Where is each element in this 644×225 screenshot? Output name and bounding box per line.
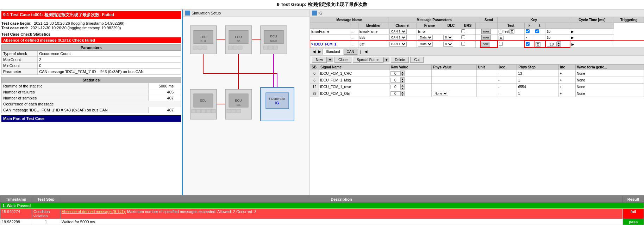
ig-title: IG <box>318 11 323 15</box>
param-value: CAN message 'IDCU_FCM_1' ID = 943 (0x3AF… <box>38 69 181 75</box>
dlc-select[interactable]: 8 <box>443 42 453 47</box>
test-step-col-header: Test Step <box>32 196 60 203</box>
inc: + <box>558 84 575 90</box>
stats-header: Statistics <box>2 77 181 83</box>
description-cell: Absence of defined message (9.1#1): Maxi… <box>60 209 623 219</box>
signal-name: IDCU_FCM_1_Msg <box>319 77 389 84</box>
unit <box>476 90 497 97</box>
signal-name: IDCU_FCM_1_CRC <box>319 70 389 77</box>
right-panel: IG Message Name Message Parameters Send … <box>310 10 644 195</box>
raw-input[interactable] <box>390 91 400 96</box>
col-frame: Frame <box>417 23 442 29</box>
msg-dlc: 8 <box>442 41 460 48</box>
table-row: 12 IDCU_FCM_1_rese ▲▼ - 6554 + <box>310 84 644 90</box>
svg-text:I-Generator: I-Generator <box>269 97 285 101</box>
phys-step: 13 <box>517 70 558 77</box>
msg-cycle: ▲ ▼ <box>545 41 570 48</box>
msg-name-cell: > IDCU_FCM_1 <box>310 41 350 48</box>
cycle-input[interactable] <box>547 42 557 47</box>
signal-table: SB Signal Name Raw Value Phys Value Unit… <box>310 64 644 97</box>
table-row: ErrorFrame ... ErrorFrame CAN 1 Error no… <box>310 29 644 35</box>
stats-table: Statistics Runtime of the statistic 5000… <box>1 77 181 113</box>
tabs-bar: ◀ ▶ Standard CAN | ◀ <box>310 48 644 56</box>
svg-rect-19 <box>268 46 273 49</box>
inc-header: Inc <box>558 65 575 70</box>
param-label: MaxCount <box>2 57 38 63</box>
msg-name-cell <box>310 35 350 41</box>
raw-input[interactable] <box>390 78 400 83</box>
msg-params-header: Message Parameters <box>388 17 480 23</box>
col-msgname <box>310 23 350 29</box>
brs-checkbox[interactable] <box>461 42 465 46</box>
tab-nav-back2[interactable]: ◀ <box>363 49 369 55</box>
param-label: Type of check <box>2 51 38 57</box>
new-dropdown-arrow[interactable]: ▼ <box>327 57 333 62</box>
msg-channel: CAN 1 <box>388 29 417 35</box>
key-cb[interactable] <box>499 42 503 46</box>
msg-cycle: 10 <box>545 35 570 41</box>
raw-spinner[interactable]: ▲▼ <box>400 71 405 76</box>
table-row: Occurrence of each message <box>2 101 181 107</box>
special-frame-button[interactable]: Special Frame <box>353 57 383 63</box>
channel-select[interactable]: CAN 1 <box>389 35 407 40</box>
t-key-checkbox[interactable] <box>535 29 539 33</box>
page-title: 9 Test Group: 检测指定报文出现了最多次数 <box>0 0 644 10</box>
svg-rect-26 <box>192 109 196 113</box>
nav-forward[interactable]: ▶ <box>317 49 323 55</box>
svg-rect-12 <box>233 46 237 49</box>
ig-panel-title: IG <box>310 10 644 17</box>
raw-spinner[interactable]: ▲▼ <box>400 91 405 96</box>
dlc-select[interactable]: 8 <box>443 35 453 40</box>
stat-label: Occurrence of each message <box>2 101 181 107</box>
now-button[interactable]: now <box>481 29 491 34</box>
cycle-header: Cycle Time [ms] <box>570 17 614 23</box>
table-row: Parameter CAN message 'IDCU_FCM_1' ID = … <box>2 69 181 75</box>
phys-select[interactable]: None <box>433 91 448 96</box>
raw-spinner[interactable]: ▲▼ <box>400 77 405 83</box>
stat-value: 407 <box>149 95 181 101</box>
new-button[interactable]: New <box>312 57 327 63</box>
cut-button[interactable]: Cut <box>410 57 424 63</box>
test-key-checkbox[interactable] <box>499 30 502 34</box>
main-container: 9 Test Group: 检测指定报文出现了最多次数 9.1 Test Cas… <box>0 0 644 225</box>
channel-select[interactable]: CAN 1 <box>389 42 407 47</box>
delete-button[interactable]: Delete <box>391 57 409 63</box>
result-cell: pass <box>623 219 644 225</box>
nav-back[interactable]: ◀ <box>311 49 317 55</box>
param-label: MinCount <box>2 63 38 69</box>
special-frame-dropdown[interactable]: ▼ <box>383 57 390 62</box>
test-step-cell: 1 <box>32 219 60 225</box>
phys-step-header: Phys Step <box>517 65 558 70</box>
stat-label: Number of samples <box>2 95 149 101</box>
waveform: None <box>575 77 644 84</box>
cycle-spinner[interactable]: ▲ ▼ <box>557 41 561 47</box>
clone-button[interactable]: Clone <box>334 57 351 63</box>
raw-input[interactable] <box>390 71 400 76</box>
tab-standard[interactable]: Standard <box>323 49 343 55</box>
brs-checkbox[interactable] <box>461 29 465 33</box>
svg-rect-4 <box>193 46 197 49</box>
msg-key-t <box>524 41 534 48</box>
raw-spinner[interactable]: ▲▼ <box>400 84 405 90</box>
msg-name-cell: ErrorFrame <box>310 29 350 35</box>
table-row: 0 IDCU_FCM_1_CRC ▲▼ - 13 + <box>310 70 644 77</box>
t-cb[interactable] <box>526 42 530 46</box>
x-key-checkbox[interactable] <box>526 29 530 33</box>
end-value: 2021-12-30 10:26:30 (logging timestamp 1… <box>31 26 121 30</box>
frame-select[interactable]: Data <box>418 35 433 40</box>
tab-can[interactable]: CAN <box>344 49 357 55</box>
raw-input[interactable] <box>390 85 400 89</box>
phys-step: 6554 <box>517 84 558 90</box>
now-button[interactable]: now <box>481 42 490 47</box>
now-button[interactable]: now <box>481 35 491 40</box>
description-link[interactable]: Absence of defined message (9.1#1): <box>62 209 126 214</box>
param-value: Occurrence Count <box>38 51 181 57</box>
msg-key-t <box>534 35 545 41</box>
unit <box>476 77 497 84</box>
main-part-header: Main Part of Test Case <box>1 115 181 122</box>
frame-select[interactable]: Data <box>418 42 433 47</box>
channel-select[interactable]: CAN 1 <box>389 29 407 34</box>
brs-checkbox[interactable] <box>461 35 465 39</box>
waveform-header: Wave form gene... <box>575 65 644 70</box>
phys-value <box>432 70 476 77</box>
